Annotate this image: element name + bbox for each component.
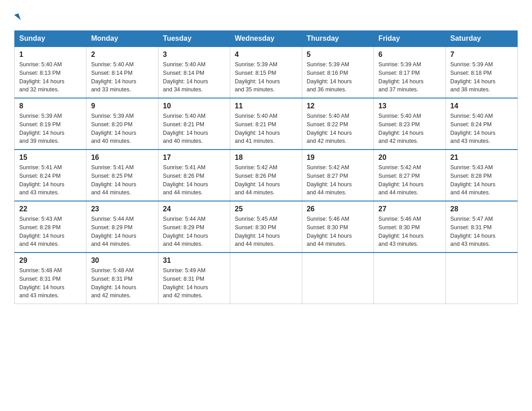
calendar-cell: 1 Sunrise: 5:40 AM Sunset: 8:13 PM Dayli… — [15, 47, 86, 98]
header-row: SundayMondayTuesdayWednesdayThursdayFrid… — [15, 31, 518, 47]
day-number: 1 — [19, 51, 82, 59]
calendar-cell: 16 Sunrise: 5:41 AM Sunset: 8:25 PM Dayl… — [86, 150, 158, 201]
day-number: 5 — [307, 51, 369, 59]
calendar-cell: 21 Sunrise: 5:43 AM Sunset: 8:28 PM Dayl… — [446, 150, 517, 201]
logo — [14, 11, 20, 23]
calendar-cell: 30 Sunrise: 5:48 AM Sunset: 8:31 PM Dayl… — [86, 253, 158, 304]
calendar-cell: 4 Sunrise: 5:39 AM Sunset: 8:15 PM Dayli… — [230, 47, 302, 98]
day-number: 7 — [450, 51, 513, 59]
calendar-cell — [374, 253, 446, 304]
calendar-cell: 10 Sunrise: 5:40 AM Sunset: 8:21 PM Dayl… — [158, 98, 230, 150]
calendar-cell: 26 Sunrise: 5:46 AM Sunset: 8:30 PM Dayl… — [302, 201, 373, 253]
day-number: 14 — [450, 102, 513, 110]
day-number: 31 — [163, 257, 225, 265]
day-info: Sunrise: 5:44 AM Sunset: 8:29 PM Dayligh… — [91, 215, 153, 248]
day-number: 24 — [163, 205, 225, 213]
week-row-3: 15 Sunrise: 5:41 AM Sunset: 8:24 PM Dayl… — [15, 150, 518, 201]
day-info: Sunrise: 5:39 AM Sunset: 8:20 PM Dayligh… — [91, 112, 153, 146]
calendar-cell: 3 Sunrise: 5:40 AM Sunset: 8:14 PM Dayli… — [158, 47, 230, 98]
calendar-cell: 7 Sunrise: 5:39 AM Sunset: 8:18 PM Dayli… — [446, 47, 517, 98]
calendar-cell: 9 Sunrise: 5:39 AM Sunset: 8:20 PM Dayli… — [86, 98, 158, 150]
day-info: Sunrise: 5:40 AM Sunset: 8:24 PM Dayligh… — [450, 112, 513, 146]
day-info: Sunrise: 5:40 AM Sunset: 8:23 PM Dayligh… — [378, 112, 441, 146]
day-info: Sunrise: 5:39 AM Sunset: 8:17 PM Dayligh… — [378, 60, 441, 94]
calendar-cell: 31 Sunrise: 5:49 AM Sunset: 8:31 PM Dayl… — [158, 253, 230, 304]
page-header — [14, 11, 518, 23]
day-info: Sunrise: 5:39 AM Sunset: 8:19 PM Dayligh… — [19, 112, 82, 146]
day-info: Sunrise: 5:41 AM Sunset: 8:26 PM Dayligh… — [163, 163, 225, 197]
day-number: 10 — [163, 102, 225, 110]
calendar-cell: 22 Sunrise: 5:43 AM Sunset: 8:28 PM Dayl… — [15, 201, 86, 253]
day-number: 28 — [450, 205, 513, 213]
col-header-saturday: Saturday — [446, 31, 517, 47]
day-info: Sunrise: 5:41 AM Sunset: 8:25 PM Dayligh… — [91, 163, 153, 197]
day-number: 15 — [19, 154, 82, 162]
calendar-cell: 2 Sunrise: 5:40 AM Sunset: 8:14 PM Dayli… — [86, 47, 158, 98]
day-info: Sunrise: 5:44 AM Sunset: 8:29 PM Dayligh… — [163, 215, 225, 248]
day-number: 12 — [307, 102, 369, 110]
calendar-cell: 5 Sunrise: 5:39 AM Sunset: 8:16 PM Dayli… — [302, 47, 373, 98]
day-number: 17 — [163, 154, 225, 162]
day-number: 8 — [19, 102, 82, 110]
day-info: Sunrise: 5:47 AM Sunset: 8:31 PM Dayligh… — [450, 215, 513, 248]
day-number: 22 — [19, 205, 82, 213]
day-number: 13 — [378, 102, 441, 110]
day-info: Sunrise: 5:43 AM Sunset: 8:28 PM Dayligh… — [450, 163, 513, 197]
day-number: 20 — [378, 154, 441, 162]
day-number: 21 — [450, 154, 513, 162]
calendar-cell: 12 Sunrise: 5:40 AM Sunset: 8:22 PM Dayl… — [302, 98, 373, 150]
calendar-cell: 27 Sunrise: 5:46 AM Sunset: 8:30 PM Dayl… — [374, 201, 446, 253]
day-number: 11 — [235, 102, 297, 110]
day-info: Sunrise: 5:46 AM Sunset: 8:30 PM Dayligh… — [307, 215, 369, 248]
calendar-cell: 24 Sunrise: 5:44 AM Sunset: 8:29 PM Dayl… — [158, 201, 230, 253]
day-info: Sunrise: 5:40 AM Sunset: 8:14 PM Dayligh… — [91, 60, 153, 94]
day-info: Sunrise: 5:46 AM Sunset: 8:30 PM Dayligh… — [378, 215, 441, 248]
calendar-cell: 13 Sunrise: 5:40 AM Sunset: 8:23 PM Dayl… — [374, 98, 446, 150]
calendar-table: SundayMondayTuesdayWednesdayThursdayFrid… — [14, 30, 518, 304]
calendar-cell — [446, 253, 517, 304]
calendar-cell: 29 Sunrise: 5:48 AM Sunset: 8:31 PM Dayl… — [15, 253, 86, 304]
day-info: Sunrise: 5:42 AM Sunset: 8:26 PM Dayligh… — [235, 163, 297, 197]
day-info: Sunrise: 5:41 AM Sunset: 8:24 PM Dayligh… — [19, 163, 82, 197]
week-row-2: 8 Sunrise: 5:39 AM Sunset: 8:19 PM Dayli… — [15, 98, 518, 150]
logo-top-line — [14, 11, 20, 23]
calendar-cell: 25 Sunrise: 5:45 AM Sunset: 8:30 PM Dayl… — [230, 201, 302, 253]
calendar-cell: 28 Sunrise: 5:47 AM Sunset: 8:31 PM Dayl… — [446, 201, 517, 253]
day-number: 3 — [163, 51, 225, 59]
day-number: 18 — [235, 154, 297, 162]
col-header-tuesday: Tuesday — [158, 31, 230, 47]
calendar-cell: 17 Sunrise: 5:41 AM Sunset: 8:26 PM Dayl… — [158, 150, 230, 201]
day-number: 16 — [91, 154, 153, 162]
day-info: Sunrise: 5:39 AM Sunset: 8:16 PM Dayligh… — [307, 60, 369, 94]
week-row-1: 1 Sunrise: 5:40 AM Sunset: 8:13 PM Dayli… — [15, 47, 518, 98]
col-header-sunday: Sunday — [15, 31, 86, 47]
calendar-cell — [230, 253, 302, 304]
day-info: Sunrise: 5:39 AM Sunset: 8:15 PM Dayligh… — [235, 60, 297, 94]
logo-triangle-icon — [14, 13, 21, 21]
day-info: Sunrise: 5:40 AM Sunset: 8:21 PM Dayligh… — [163, 112, 225, 146]
day-info: Sunrise: 5:40 AM Sunset: 8:14 PM Dayligh… — [163, 60, 225, 94]
day-info: Sunrise: 5:43 AM Sunset: 8:28 PM Dayligh… — [19, 215, 82, 248]
day-number: 29 — [19, 257, 82, 265]
day-info: Sunrise: 5:48 AM Sunset: 8:31 PM Dayligh… — [19, 266, 82, 300]
col-header-monday: Monday — [86, 31, 158, 47]
week-row-4: 22 Sunrise: 5:43 AM Sunset: 8:28 PM Dayl… — [15, 201, 518, 253]
calendar-cell: 20 Sunrise: 5:42 AM Sunset: 8:27 PM Dayl… — [374, 150, 446, 201]
day-info: Sunrise: 5:42 AM Sunset: 8:27 PM Dayligh… — [307, 163, 369, 197]
calendar-cell: 15 Sunrise: 5:41 AM Sunset: 8:24 PM Dayl… — [15, 150, 86, 201]
calendar-cell: 8 Sunrise: 5:39 AM Sunset: 8:19 PM Dayli… — [15, 98, 86, 150]
day-number: 6 — [378, 51, 441, 59]
day-number: 25 — [235, 205, 297, 213]
day-number: 2 — [91, 51, 153, 59]
col-header-thursday: Thursday — [302, 31, 373, 47]
day-info: Sunrise: 5:40 AM Sunset: 8:22 PM Dayligh… — [307, 112, 369, 146]
calendar-cell: 19 Sunrise: 5:42 AM Sunset: 8:27 PM Dayl… — [302, 150, 373, 201]
calendar-cell — [302, 253, 373, 304]
col-header-friday: Friday — [374, 31, 446, 47]
day-number: 30 — [91, 257, 153, 265]
day-info: Sunrise: 5:40 AM Sunset: 8:13 PM Dayligh… — [19, 60, 82, 94]
calendar-cell: 11 Sunrise: 5:40 AM Sunset: 8:21 PM Dayl… — [230, 98, 302, 150]
day-info: Sunrise: 5:49 AM Sunset: 8:31 PM Dayligh… — [163, 266, 225, 300]
calendar-cell: 18 Sunrise: 5:42 AM Sunset: 8:26 PM Dayl… — [230, 150, 302, 201]
day-info: Sunrise: 5:45 AM Sunset: 8:30 PM Dayligh… — [235, 215, 297, 248]
